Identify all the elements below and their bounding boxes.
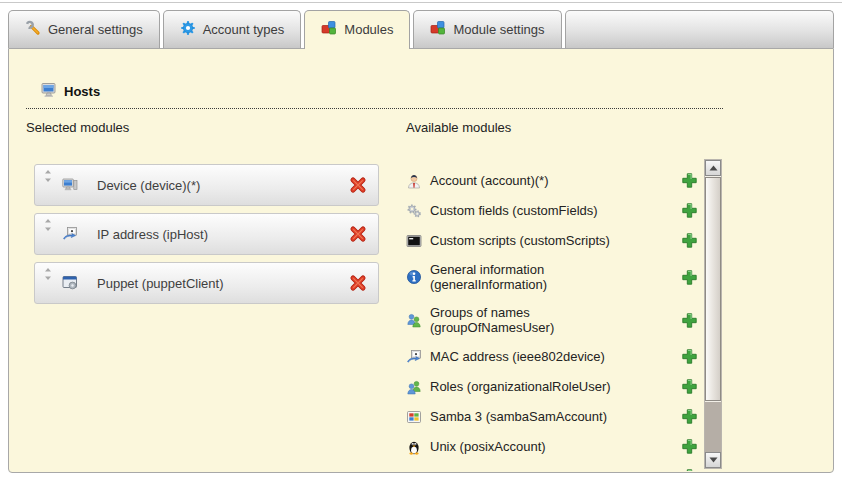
wrench-icon xyxy=(25,20,41,39)
custom-scripts-icon xyxy=(406,233,422,249)
available-module-unix: Unix (posixAccount) xyxy=(406,431,704,461)
available-module-mac-address: MAC address (ieee802device) xyxy=(406,341,704,371)
selected-module-label: Device (device)(*) xyxy=(97,178,200,193)
modules-icon xyxy=(430,20,446,39)
scrollbar-track[interactable] xyxy=(705,402,721,452)
available-module-label: Custom scripts (customScripts) xyxy=(430,233,630,248)
available-module-samba-3: Samba 3 (sambaSamAccount) xyxy=(406,401,704,431)
custom-fields-icon xyxy=(406,203,422,219)
tab-module-settings[interactable]: Module settings xyxy=(413,10,561,48)
selected-modules-heading: Selected modules xyxy=(26,120,129,135)
drag-updown-icon[interactable] xyxy=(44,170,52,182)
available-module-windows: Windows (windowsHost)(*) xyxy=(406,461,704,471)
drag-updown-icon[interactable] xyxy=(44,219,52,231)
puppet-icon xyxy=(62,275,78,291)
gear-icon xyxy=(180,20,196,39)
available-module-label: Account (account)(*) xyxy=(430,173,630,188)
add-plus-icon[interactable] xyxy=(681,232,698,249)
scroll-down-icon[interactable] xyxy=(705,452,721,468)
available-module-roles: Roles (organizationalRoleUser) xyxy=(406,371,704,401)
modules-panel: Hosts Selected modules Available modules xyxy=(8,48,834,473)
tab-modules[interactable]: Modules xyxy=(304,10,410,49)
add-plus-icon[interactable] xyxy=(681,312,698,329)
monitor-icon xyxy=(41,82,57,101)
tab-label: Modules xyxy=(344,22,393,37)
available-module-label: Windows (windowsHost)(*) xyxy=(430,469,630,471)
available-module-label: Roles (organizationalRoleUser) xyxy=(430,379,630,394)
mac-address-icon xyxy=(406,349,422,365)
available-modules-heading: Available modules xyxy=(406,120,511,135)
tab-label: Module settings xyxy=(453,22,544,37)
add-plus-icon[interactable] xyxy=(681,269,698,286)
available-module-label: General information (generalInformation) xyxy=(430,262,630,292)
tab-strip: General settings Account types xyxy=(8,10,834,48)
available-module-account: Account (account)(*) xyxy=(406,165,704,195)
configuration-dialog: General settings Account types xyxy=(8,10,834,473)
selected-module-puppet[interactable]: Puppet (puppetClient) xyxy=(34,262,379,304)
tab-label: General settings xyxy=(48,22,143,37)
available-module-custom-fields: Custom fields (customFields) xyxy=(406,195,704,225)
ip-address-icon xyxy=(62,226,78,242)
group-icon xyxy=(406,312,422,328)
add-plus-icon[interactable] xyxy=(681,408,698,425)
account-icon xyxy=(406,173,422,189)
drag-updown-icon[interactable] xyxy=(44,268,52,280)
available-modules-scrollbar[interactable] xyxy=(704,159,722,469)
add-plus-icon[interactable] xyxy=(681,438,698,455)
tab-label: Account types xyxy=(203,22,285,37)
scrollbar-thumb[interactable] xyxy=(705,177,721,401)
page-top-divider xyxy=(0,2,842,3)
delete-x-icon[interactable] xyxy=(349,274,367,292)
available-module-label: Groups of names (groupOfNamesUser) xyxy=(430,305,630,335)
available-modules-list: Account (account)(*) xyxy=(406,165,704,471)
roles-icon xyxy=(406,379,422,395)
available-module-groups-of-names: Groups of names (groupOfNamesUser) xyxy=(406,298,704,341)
delete-x-icon[interactable] xyxy=(349,176,367,194)
samba-icon xyxy=(406,409,422,425)
tab-strip-filler xyxy=(565,10,834,48)
section-header-hosts: Hosts xyxy=(26,82,723,109)
selected-modules-list: Device (device)(*) xyxy=(34,164,379,311)
unix-icon xyxy=(406,439,422,455)
available-module-label: Unix (posixAccount) xyxy=(430,439,630,454)
delete-x-icon[interactable] xyxy=(349,225,367,243)
section-title: Hosts xyxy=(64,84,100,99)
add-plus-icon[interactable] xyxy=(681,202,698,219)
tab-account-types[interactable]: Account types xyxy=(163,10,302,48)
device-icon xyxy=(62,177,78,193)
scroll-up-icon[interactable] xyxy=(705,160,721,176)
selected-module-label: IP address (ipHost) xyxy=(97,227,208,242)
selected-module-label: Puppet (puppetClient) xyxy=(97,276,223,291)
selected-module-ip-address[interactable]: IP address (ipHost) xyxy=(34,213,379,255)
available-module-custom-scripts: Custom scripts (customScripts) xyxy=(406,225,704,255)
available-module-label: Samba 3 (sambaSamAccount) xyxy=(430,409,630,424)
add-plus-icon[interactable] xyxy=(681,348,698,365)
available-module-label: MAC address (ieee802device) xyxy=(430,349,630,364)
info-icon xyxy=(406,269,422,285)
add-plus-icon[interactable] xyxy=(681,172,698,189)
windows-icon xyxy=(406,469,422,472)
selected-module-device[interactable]: Device (device)(*) xyxy=(34,164,379,206)
modules-icon xyxy=(321,20,337,39)
available-module-label: Custom fields (customFields) xyxy=(430,203,630,218)
add-plus-icon[interactable] xyxy=(681,468,698,471)
add-plus-icon[interactable] xyxy=(681,378,698,395)
available-module-general-information: General information (generalInformation) xyxy=(406,255,704,298)
tab-general-settings[interactable]: General settings xyxy=(8,10,160,48)
